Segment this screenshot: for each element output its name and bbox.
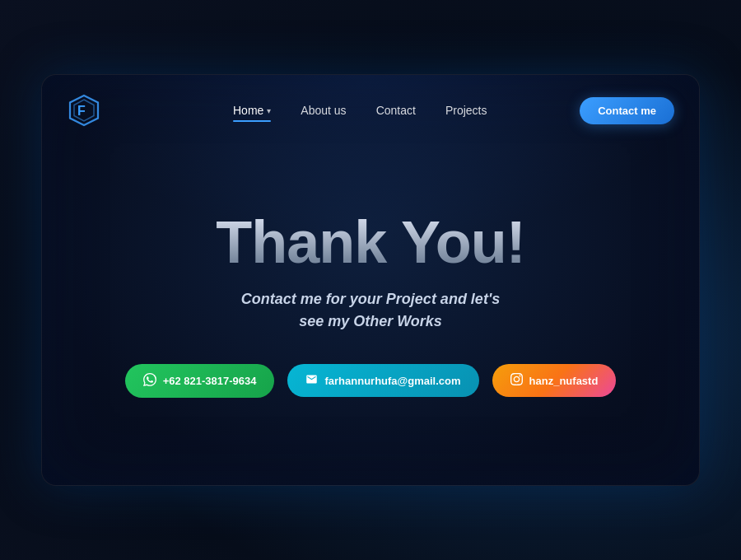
instagram-label: hanz_nufastd [529, 375, 599, 387]
whatsapp-icon [143, 373, 156, 389]
nav-item-projects[interactable]: Projects [445, 104, 487, 117]
instagram-pill[interactable]: hanz_nufastd [492, 364, 617, 397]
main-card: F Home ▾ About us Contact Projects Conta… [41, 74, 700, 486]
email-icon [305, 373, 318, 388]
email-pill[interactable]: farhannurhufa@gmail.com [287, 364, 478, 397]
email-label: farhannurhufa@gmail.com [324, 375, 460, 387]
contact-me-button[interactable]: Contact me [580, 97, 674, 124]
phone-pill[interactable]: +62 821-3817-9634 [125, 364, 275, 398]
navbar: F Home ▾ About us Contact Projects Conta… [42, 75, 699, 141]
contact-pills: +62 821-3817-9634 farhannurhufa@gmail.co… [125, 364, 617, 398]
nav-item-contact[interactable]: Contact [376, 104, 416, 117]
phone-label: +62 821-3817-9634 [163, 375, 257, 387]
chevron-icon: ▾ [267, 106, 271, 115]
svg-text:F: F [77, 104, 86, 118]
nav-item-about[interactable]: About us [301, 104, 346, 117]
main-content: Thank You! Contact me for your Project a… [42, 141, 699, 485]
thank-you-title: Thank You! [216, 212, 524, 272]
nav-item-home[interactable]: Home ▾ [233, 104, 271, 117]
subtitle: Contact me for your Project and let's se… [241, 288, 500, 333]
instagram-icon [510, 373, 523, 388]
nav-links: Home ▾ About us Contact Projects [233, 104, 487, 117]
logo[interactable]: F [67, 93, 101, 128]
